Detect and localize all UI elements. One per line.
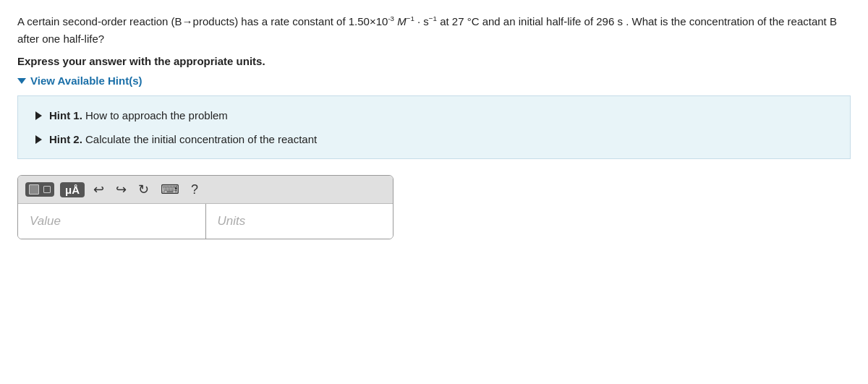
refresh-button[interactable]: ↻ [135,180,152,199]
redo-button[interactable]: ↪ [113,180,129,199]
view-hints-label: View Available Hint(s) [30,74,142,87]
instruction-text: Express your answer with the appropriate… [17,55,851,67]
hint-2-label: Hint 2. [49,133,82,145]
answer-widget: μÅ ↩ ↪ ↻ ⌨ ? [17,175,393,239]
hints-box: Hint 1. How to approach the problem Hint… [17,95,851,159]
units-input[interactable] [206,204,393,239]
small-square-icon [29,184,39,195]
keyboard-button[interactable]: ⌨ [158,180,182,199]
small-square-inner-icon [43,186,51,193]
help-button[interactable]: ? [188,181,201,199]
question-text: A certain second-order reaction (B→produ… [17,13,851,48]
undo-button[interactable]: ↩ [90,180,107,199]
hint-1-label: Hint 1. [49,109,82,121]
answer-fields [18,204,393,239]
hint-1-item[interactable]: Hint 1. How to approach the problem [35,109,833,121]
hint-2-content: Calculate the initial concentration of t… [85,133,317,145]
triangle-down-icon [17,78,26,84]
hint-2-item[interactable]: Hint 2. Calculate the initial concentrat… [35,133,833,145]
hint-1-text: Hint 1. How to approach the problem [49,109,228,121]
hint-1-content: How to approach the problem [85,109,228,121]
view-hints-toggle[interactable]: View Available Hint(s) [17,74,851,87]
hint-1-triangle-icon [35,111,42,120]
toolbar: μÅ ↩ ↪ ↻ ⌨ ? [18,176,393,204]
format-icon-group[interactable] [25,182,54,197]
value-input[interactable] [18,204,206,239]
mu-icon[interactable]: μÅ [60,182,85,197]
hint-2-triangle-icon [35,135,42,144]
hint-2-text: Hint 2. Calculate the initial concentrat… [49,133,317,145]
